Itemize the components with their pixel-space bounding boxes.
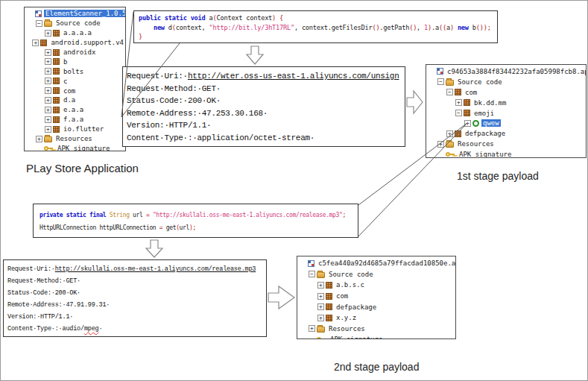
collapse-icon[interactable]: − — [446, 89, 453, 95]
expand-icon[interactable]: + — [45, 49, 51, 56]
tree-item[interactable]: −com — [429, 87, 586, 98]
expand-icon[interactable]: + — [464, 120, 471, 127]
tree-item-label: defpackage — [464, 130, 507, 137]
tree-item[interactable]: +bk.dd.mm — [429, 98, 586, 108]
tree-item[interactable]: −emoji — [429, 108, 586, 119]
tree-item[interactable]: +bolts — [27, 66, 125, 76]
tree-item[interactable]: +com — [300, 291, 455, 302]
tree-item-label: ElementScanner_1.0.5.apk — [44, 10, 126, 17]
tree-item[interactable]: APK signature — [300, 334, 455, 339]
tree-item[interactable]: +Resources — [300, 324, 455, 335]
collapse-icon[interactable]: − — [36, 20, 42, 27]
tree-item[interactable]: +com — [27, 86, 125, 95]
tree-indent — [429, 144, 437, 145]
tree-indent — [27, 110, 45, 110]
expand-icon[interactable]: + — [455, 99, 462, 106]
tree-indent — [27, 52, 45, 53]
http-field-line: Request·Method:·GET· — [7, 275, 266, 287]
code-segment: , — [417, 24, 424, 31]
tree-item-label: Resources — [54, 135, 94, 142]
tree-item[interactable]: +x.y.z — [300, 312, 455, 324]
expand-icon[interactable]: + — [45, 78, 51, 84]
code-segment: "http://bit.ly/3hT17RL" — [209, 24, 294, 31]
tree-item[interactable]: +b — [27, 57, 125, 66]
http-field-text: Version:·HTTP/1.1· — [127, 121, 211, 130]
expand-icon[interactable]: + — [437, 141, 444, 148]
expand-icon[interactable]: + — [36, 136, 42, 142]
tree-item-label: d.a — [62, 96, 77, 104]
tree-item[interactable]: +Resources — [429, 139, 586, 149]
tree-item-label: defpackage — [335, 303, 378, 311]
tree-item[interactable]: c5fea440a92d4685a79ffacdad10850e.apk — [300, 258, 455, 269]
expand-icon[interactable]: + — [45, 126, 51, 133]
tree-item[interactable]: +e.a.a — [27, 105, 125, 115]
tree-item[interactable]: APK signature — [27, 143, 125, 151]
tree-item[interactable]: APK signature — [429, 149, 586, 158]
expand-icon[interactable]: + — [309, 325, 315, 332]
tree-item[interactable]: +Resources — [27, 134, 125, 144]
tree-item-label: qwew — [481, 119, 501, 127]
tree-indent — [429, 133, 446, 134]
http-field-line: Content·Type·:·application/octet-stream· — [127, 132, 405, 145]
tree-item[interactable]: +a.b.s.c — [300, 280, 455, 291]
http-url-link[interactable]: http://skullali.oss-me-east-1.aliyuncs.c… — [55, 265, 256, 273]
malware-flow-diagram: ElementScanner_1.0.5.apk−Source code+a.a… — [0, 0, 588, 381]
expand-icon[interactable]: + — [45, 107, 51, 113]
expand-icon[interactable]: + — [32, 40, 39, 46]
package-icon — [53, 97, 60, 104]
http-field-line: Status·Code:·200·OK· — [7, 287, 266, 299]
collapse-icon[interactable]: − — [309, 271, 315, 277]
tree-item[interactable]: −Source code — [27, 19, 125, 28]
tree-item[interactable]: c94653a3884f83442232afa05998fcb8.apk — [429, 66, 586, 77]
key-icon — [446, 151, 455, 157]
http-field-text: Request·Method:·GET· — [127, 84, 221, 93]
apk-icon — [35, 10, 42, 17]
tree-item[interactable]: +io.flutter — [27, 125, 125, 134]
expand-icon[interactable]: + — [317, 282, 324, 289]
expand-icon[interactable]: + — [317, 293, 324, 300]
expand-icon[interactable]: + — [45, 58, 51, 65]
package-icon — [53, 58, 60, 65]
tree-item[interactable]: −Source code — [429, 77, 586, 87]
expand-icon[interactable]: + — [317, 303, 324, 310]
expand-icon[interactable]: + — [45, 87, 51, 94]
tree-item[interactable]: +c — [27, 76, 125, 86]
tree-item[interactable]: +androidx — [27, 48, 125, 57]
expand-icon[interactable]: + — [317, 315, 324, 321]
package-icon — [464, 110, 470, 116]
code-segment: url — [180, 224, 189, 231]
expand-icon[interactable]: + — [45, 68, 51, 75]
tree-indent — [27, 81, 45, 81]
tree-indent — [429, 81, 437, 82]
tree-item[interactable]: +defpackage — [300, 301, 455, 312]
code-segment: () — [409, 24, 417, 31]
expand-icon[interactable]: + — [45, 97, 51, 104]
expand-icon[interactable]: + — [45, 116, 51, 123]
collapse-icon[interactable]: − — [455, 110, 462, 116]
expand-icon[interactable]: + — [446, 130, 453, 137]
tree-item[interactable]: +android.support.v4 — [27, 38, 125, 48]
code-line: HttpURLConnection httpURLConnection = ge… — [39, 221, 358, 234]
code-segment: = — [146, 212, 153, 218]
tree-item-label: com — [62, 87, 77, 95]
tree-item[interactable]: +a.a.a.a — [27, 28, 125, 38]
code-segment: context, — [176, 24, 209, 31]
package-icon — [53, 126, 60, 133]
tree-item[interactable]: ElementScanner_1.0.5.apk — [27, 9, 125, 19]
tree-item[interactable]: +defpackage — [429, 128, 586, 139]
tree-item[interactable]: +qwew — [429, 118, 586, 128]
tree-indent — [300, 285, 317, 286]
stage1-payload-tree: c94653a3884f83442232afa05998fcb8.apk−Sou… — [426, 64, 587, 158]
collapse-icon[interactable]: − — [437, 78, 444, 85]
package-icon — [53, 107, 60, 113]
expand-icon[interactable]: + — [45, 30, 51, 37]
tree-indent — [300, 274, 309, 274]
tree-item[interactable]: −Source code — [300, 269, 455, 280]
tree-item[interactable]: +d.a — [27, 95, 125, 105]
tree-item[interactable]: +f.a.a — [27, 115, 125, 125]
code-segment: = — [159, 224, 166, 231]
http-url-link[interactable]: http://wter.oss-us-east-1.aliyuncs.com/u… — [188, 72, 399, 81]
package-icon — [53, 49, 60, 56]
tree-indent — [429, 113, 455, 113]
tree-item-label: APK signature — [329, 336, 384, 339]
